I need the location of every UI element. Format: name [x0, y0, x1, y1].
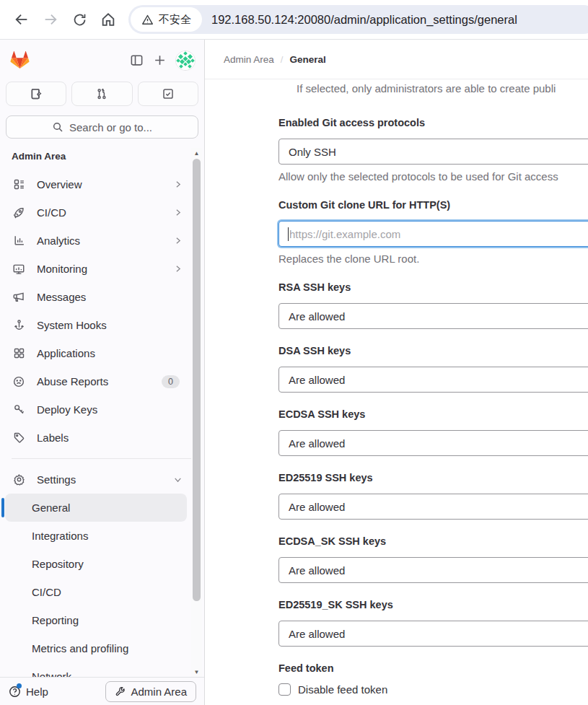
disable-feed-token-row: Disable feed token: [278, 683, 588, 696]
url-text[interactable]: 192.168.50.124:20080/admin/application_s…: [211, 13, 517, 27]
previous-field-help-text: If selected, only administrators are abl…: [297, 82, 588, 95]
search-icon: [52, 121, 63, 133]
sidebar-item-label: CI/CD: [37, 206, 173, 219]
ecdsa-sk-ssh-keys-select[interactable]: Are allowed: [278, 557, 588, 583]
text-cursor: [288, 227, 289, 241]
sidebar-subitem-general[interactable]: General: [5, 494, 187, 522]
dsa-ssh-keys-select[interactable]: Are allowed: [278, 367, 588, 393]
collapse-sidebar-button[interactable]: [125, 49, 148, 72]
select-value: Are allowed: [289, 437, 345, 450]
overview-icon: [12, 178, 26, 191]
sidebar-item-settings[interactable]: Settings: [5, 465, 187, 494]
field-label: RSA SSH keys: [278, 281, 588, 294]
sidebar-item-monitoring[interactable]: Monitoring: [5, 255, 187, 283]
sidebar-scrollbar[interactable]: ▲ ▼: [191, 148, 202, 677]
avatar-identicon: [176, 51, 195, 70]
chart-icon: [12, 235, 26, 247]
disable-feed-token-checkbox[interactable]: [278, 683, 291, 696]
breadcrumb-separator: /: [281, 54, 284, 65]
security-label: 不安全: [159, 13, 191, 27]
gitlab-logo-icon[interactable]: [10, 51, 30, 70]
help-notification-dot: [17, 683, 22, 688]
breadcrumb-admin-area-link[interactable]: Admin Area: [224, 54, 274, 65]
sidebar-subitem-reporting[interactable]: Reporting: [5, 606, 187, 634]
merge-requests-shortcut-button[interactable]: [71, 82, 132, 106]
browser-forward-button[interactable]: [36, 5, 65, 34]
main-content: Admin Area / General If selected, only a…: [205, 40, 588, 705]
sidebar-item-overview[interactable]: Overview: [5, 170, 187, 198]
chevron-right-icon: [173, 236, 183, 245]
field-help: Replaces the clone URL root.: [278, 253, 588, 266]
site-security-chip[interactable]: 不安全: [131, 7, 202, 32]
admin-area-button[interactable]: Admin Area: [105, 681, 196, 702]
sidebar-divider: [12, 458, 193, 459]
field-label: ED25519_SK SSH keys: [278, 599, 588, 611]
pinned-shortcuts: [0, 82, 204, 106]
search-or-go-to[interactable]: Search or go to...: [6, 115, 198, 139]
document-icon: [30, 87, 43, 100]
form-group-feed-token: Feed token Disable feed token: [278, 662, 588, 696]
form-group-custom-git-clone-url: Custom Git clone URL for HTTP(S) https:/…: [278, 199, 588, 266]
sidebar-item-cicd[interactable]: CI/CD: [5, 198, 187, 227]
select-value: Are allowed: [289, 374, 345, 386]
sidebar-subitem-label: Reporting: [32, 614, 79, 626]
help-button[interactable]: Help: [8, 685, 48, 699]
sidebar-item-applications[interactable]: Applications: [5, 339, 187, 367]
sidebar-item-labels[interactable]: Labels: [5, 424, 187, 452]
plus-icon: [153, 53, 167, 67]
wrench-icon: [115, 686, 126, 697]
sidebar-subitem-repository[interactable]: Repository: [5, 550, 187, 578]
ecdsa-ssh-keys-select[interactable]: Are allowed: [278, 430, 588, 456]
sidebar-item-label: Applications: [37, 347, 183, 359]
sidebar-subitem-label: Repository: [32, 558, 84, 570]
sidebar-subitem-integrations[interactable]: Integrations: [5, 522, 187, 550]
address-bar[interactable]: 不安全 192.168.50.124:20080/admin/applicati…: [128, 5, 588, 34]
home-icon: [100, 12, 116, 27]
create-new-button[interactable]: [148, 49, 171, 72]
browser-home-button[interactable]: [94, 5, 123, 34]
sidebar-item-abuse-reports[interactable]: Abuse Reports 0: [5, 367, 187, 395]
chevron-right-icon: [173, 208, 183, 217]
user-avatar[interactable]: [175, 51, 196, 71]
sidebar-header: [0, 40, 204, 81]
sidebar-item-label: Deploy Keys: [37, 403, 183, 416]
rocket-icon: [12, 206, 26, 219]
sidebar-item-system-hooks[interactable]: System Hooks: [5, 311, 187, 339]
hook-icon: [12, 319, 26, 331]
admin-area-button-label: Admin Area: [131, 686, 187, 698]
browser-back-button[interactable]: [7, 5, 36, 34]
form-group-ed25519-sk-ssh-keys: ED25519_SK SSH keys Are allowed: [278, 599, 588, 647]
sidebar-subitem-network[interactable]: Network: [5, 662, 187, 677]
sidebar-item-deploy-keys[interactable]: Deploy Keys: [5, 395, 187, 424]
field-label: Custom Git clone URL for HTTP(S): [278, 199, 588, 211]
merge-request-icon: [95, 87, 108, 100]
sidebar-item-analytics[interactable]: Analytics: [5, 227, 187, 255]
sidebar-panel-icon: [130, 53, 144, 67]
sidebar-subitem-label: General: [32, 502, 70, 514]
app-frame: Search or go to... Admin Area Overview C…: [0, 40, 588, 705]
search-placeholder: Search or go to...: [69, 121, 152, 133]
sidebar-subitem-cicd[interactable]: CI/CD: [5, 578, 187, 606]
checkbox-label[interactable]: Disable feed token: [298, 683, 387, 696]
todo-list-shortcut-button[interactable]: [138, 82, 198, 106]
sidebar-item-messages[interactable]: Messages: [5, 283, 187, 311]
enabled-git-access-protocols-select[interactable]: Only SSH: [278, 139, 588, 165]
ed25519-sk-ssh-keys-select[interactable]: Are allowed: [278, 621, 588, 647]
sidebar-subitem-metrics-and-profiling[interactable]: Metrics and profiling: [5, 634, 187, 662]
ed25519-ssh-keys-select[interactable]: Are allowed: [278, 494, 588, 520]
browser-reload-button[interactable]: [65, 5, 94, 34]
select-value: Are allowed: [289, 564, 345, 577]
form-group-rsa-ssh-keys: RSA SSH keys Are allowed: [278, 281, 588, 329]
sidebar-item-label: Abuse Reports: [37, 375, 162, 387]
chevron-down-icon: [173, 475, 183, 484]
form-group-dsa-ssh-keys: DSA SSH keys Are allowed: [278, 345, 588, 393]
rsa-ssh-keys-select[interactable]: Are allowed: [278, 303, 588, 329]
form-group-ed25519-ssh-keys: ED25519 SSH keys Are allowed: [278, 472, 588, 520]
scrollbar-thumb[interactable]: [193, 159, 201, 601]
scrollbar-up-arrow[interactable]: ▲: [191, 148, 202, 158]
sidebar-context-title: Admin Area: [0, 151, 204, 162]
form-group-enabled-git-access-protocols: Enabled Git access protocols Only SSH Al…: [278, 117, 588, 183]
custom-git-clone-url-input[interactable]: https://git.example.com: [278, 221, 588, 247]
scrollbar-down-arrow[interactable]: ▼: [191, 667, 202, 677]
issues-shortcut-button[interactable]: [6, 82, 66, 106]
